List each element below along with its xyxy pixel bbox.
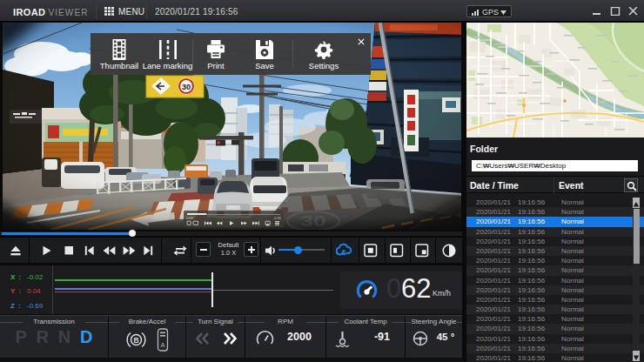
svg-text:A: A bbox=[160, 341, 164, 349]
svg-text:B: B bbox=[133, 336, 138, 345]
